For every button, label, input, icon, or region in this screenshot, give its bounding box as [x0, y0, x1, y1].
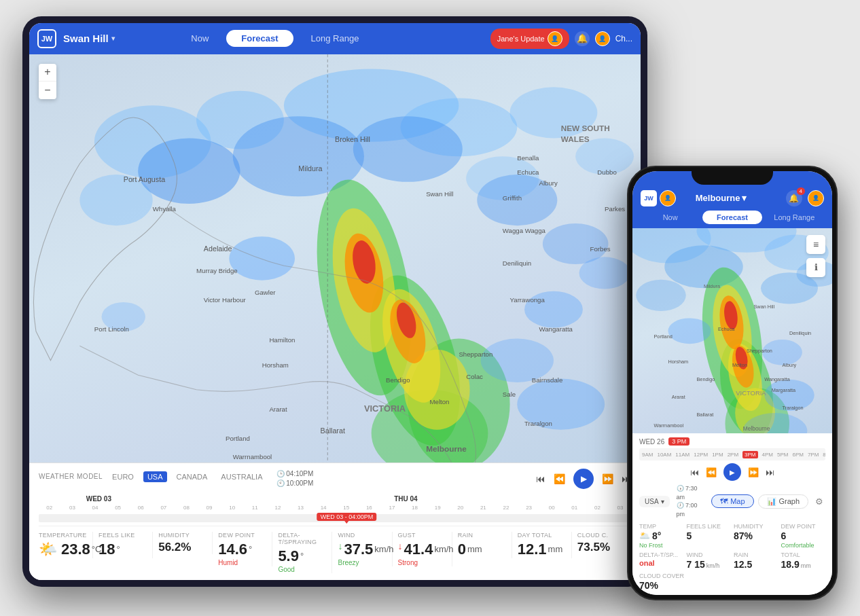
phone-notch [692, 167, 773, 185]
phone-total-item: TOTAL 18.9 mm [781, 551, 826, 570]
timeline-area[interactable]: WED 03 THU 04 0203 0405 0607 0809 1011 1… [39, 492, 631, 526]
layers-button[interactable]: ≡ [806, 235, 825, 254]
model-label: WEATHER MODEL [39, 473, 103, 480]
svg-text:Forbes: Forbes [590, 244, 611, 252]
svg-text:Gawler: Gawler [255, 289, 276, 296]
svg-point-76 [636, 279, 686, 310]
phone-date-row: WED 26 3 PM [639, 437, 825, 446]
phone-tab-long-range[interactable]: Long Range [765, 211, 824, 224]
model-selector: WEATHER MODEL EURO USA CANADA AUSTRALIA [39, 471, 267, 482]
svg-text:Bendigo: Bendigo [386, 376, 410, 383]
svg-text:Dubbo: Dubbo [597, 168, 616, 176]
svg-text:Echuca: Echuca [718, 326, 735, 332]
phone-weather-grid: TEMP 🌥️ 8° No Frost FEELS LIKE 5 HUMIDIT… [639, 523, 825, 549]
phone-end-button[interactable]: ⏭ [766, 467, 774, 477]
model-euro[interactable]: EURO [108, 471, 138, 482]
weather-icon: 🌤️ [39, 541, 57, 558]
svg-text:Melbourne: Melbourne [426, 443, 467, 453]
phone-dew-point-item: DEW POINT 6 Comfortable [781, 523, 826, 549]
tab-now[interactable]: Now [176, 30, 223, 47]
phone-time-badge: 3 PM [668, 437, 689, 446]
phone-tab-now[interactable]: Now [641, 211, 700, 224]
zoom-controls: + − [39, 64, 56, 99]
phone-map-area[interactable]: Mildura Swan Hill Echuca Horsham Bendigo… [632, 228, 832, 434]
model-usa[interactable]: USA [143, 471, 167, 482]
svg-point-24 [229, 236, 295, 280]
phone-map-graph-row: USA ▾ 🕟 7:30 am 🕖 7:00 pm 🗺 Map 📊 G [639, 484, 825, 518]
phone-rewind-button[interactable]: ⏮ [690, 467, 699, 477]
nav-tabs: Now Forecast Long Range [176, 30, 374, 47]
humidity-col: HUMIDITY 56.2% [153, 532, 213, 554]
timeline-track[interactable]: WED 03 - 04:00PM [39, 514, 631, 522]
svg-text:Albury: Albury [539, 179, 558, 187]
tab-forecast[interactable]: Forecast [226, 30, 293, 47]
phone-play-button[interactable]: ▶ [723, 463, 741, 481]
rewind-button[interactable]: ⏮ [536, 473, 545, 484]
svg-text:Albury: Albury [783, 361, 797, 367]
svg-text:Shepparton: Shepparton [459, 350, 492, 358]
phone-settings-button[interactable]: ⚙ [812, 494, 825, 509]
info-button[interactable]: ℹ [806, 258, 825, 277]
svg-text:Mildura: Mildura [704, 283, 721, 289]
phone-user-avatar: 👤 [660, 190, 676, 206]
wind-col: WIND ↓ 37.5 km/h Breezy [332, 532, 392, 566]
phone-graph-button[interactable]: 📊 Graph [758, 494, 809, 509]
phone-map-button[interactable]: 🗺 Map [711, 494, 753, 508]
phone-avatar-2[interactable]: 👤 [808, 190, 824, 206]
map-area[interactable]: Port Augusta Whyalla Adelaide Murray Bri… [29, 54, 641, 463]
tablet-device: JW Swan Hill ▾ Now Forecast Long Range J… [22, 16, 647, 587]
day-label-wed: WED 03 [86, 495, 111, 503]
wind-arrow-icon: ↓ [338, 541, 342, 551]
svg-text:Ararat: Ararat [672, 394, 685, 400]
svg-point-87 [668, 318, 711, 344]
phone-timeline[interactable]: 9AM 10AM 11AM 12PM 1PM 2PM 3PM 4PM 5PM 6… [639, 448, 825, 460]
phone-location-selector[interactable]: Melbourne ▾ [696, 193, 747, 203]
janes-update-button[interactable]: Jane's Update 👤 [490, 29, 569, 49]
user-avatar[interactable]: 👤 [595, 31, 610, 46]
phone-notification-icon[interactable]: 🔔 4 [786, 190, 802, 206]
bell-icon[interactable]: 🔔 [575, 31, 590, 46]
svg-text:Mildura: Mildura [298, 164, 322, 172]
janes-avatar: 👤 [548, 31, 562, 46]
svg-text:Portland: Portland [226, 434, 250, 441]
location-selector[interactable]: Swan Hill ▾ [63, 33, 115, 44]
timeline-active-marker: WED 03 - 04:00PM [317, 513, 377, 521]
gust-col: GUST ↓ 41.4 km/h Strong [393, 532, 452, 566]
phone-model-selector[interactable]: USA ▾ [639, 496, 670, 507]
phone-temp-item: TEMP 🌥️ 8° No Frost [639, 523, 684, 549]
phone-back-button[interactable]: ⏪ [706, 467, 717, 477]
model-australia[interactable]: AUSTRALIA [217, 471, 266, 482]
notification-badge: 4 [797, 187, 805, 195]
jw-logo: JW [37, 29, 56, 48]
zoom-in-button[interactable]: + [39, 64, 56, 81]
phone-header-icons: 🔔 4 👤 [786, 190, 824, 206]
svg-text:Victor Harbour: Victor Harbour [204, 295, 247, 303]
chevron-down-icon: ▾ [111, 35, 115, 42]
phone-screen: JW 👤 Melbourne ▾ 🔔 4 👤 N [632, 171, 832, 595]
delta-t-col: DELTA-T/SPRAYING 5.9 ° Good [272, 532, 332, 573]
svg-text:Portland: Portland [654, 333, 673, 339]
dew-point-col: DEW POINT 14.6 ° Humid [213, 532, 272, 566]
tab-long-range[interactable]: Long Range [296, 30, 374, 47]
scene: JW Swan Hill ▾ Now Forecast Long Range J… [22, 16, 838, 600]
svg-text:Ballarat: Ballarat [321, 427, 345, 435]
day-label-thu: THU 04 [394, 495, 417, 503]
svg-text:Parkes: Parkes [605, 204, 625, 212]
play-button[interactable]: ▶ [573, 469, 594, 489]
phone-chevron-icon: ▾ [742, 193, 747, 203]
svg-text:Port Lincoln: Port Lincoln [94, 325, 129, 332]
svg-point-10 [353, 116, 463, 182]
phone-tab-forecast[interactable]: Forecast [702, 211, 762, 224]
svg-text:Echuca: Echuca [517, 168, 539, 176]
phone-nav-tabs: Now Forecast Long Range [641, 211, 824, 224]
model-canada[interactable]: CANADA [173, 471, 212, 482]
weather-data: TEMPERATURE 🌤️ 23.8 °C FEELS LIKE 18 ° [39, 526, 631, 577]
graph-icon: 📊 [767, 497, 776, 506]
back-button[interactable]: ⏪ [554, 473, 565, 484]
phone-forward-button[interactable]: ⏩ [748, 467, 759, 477]
svg-text:Deniliquin: Deniliquin [789, 329, 811, 336]
forward-button[interactable]: ⏩ [602, 473, 613, 484]
svg-text:Hamilton: Hamilton [269, 336, 295, 343]
cloud-cover-col: CLOUD C. 73.5% [572, 532, 631, 554]
zoom-out-button[interactable]: − [39, 81, 56, 99]
